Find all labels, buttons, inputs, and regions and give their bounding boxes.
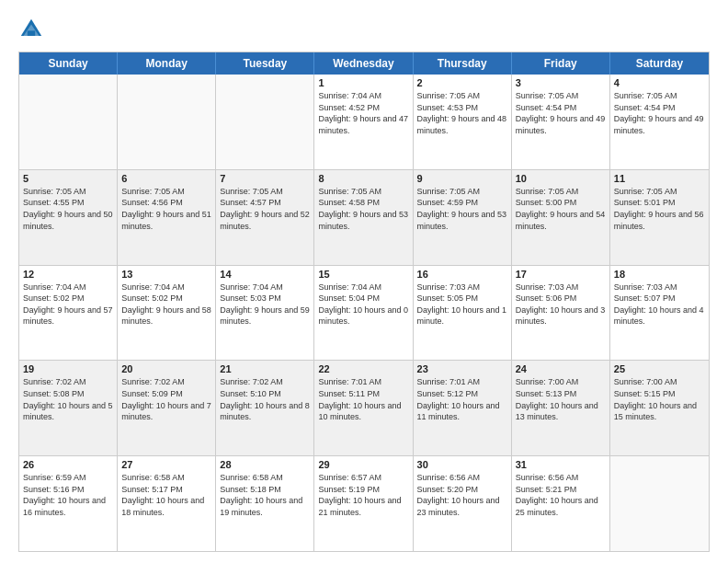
header-day-saturday: Saturday bbox=[610, 52, 709, 75]
calendar-day-14: 14Sunrise: 7:04 AM Sunset: 5:03 PM Dayli… bbox=[216, 266, 314, 361]
calendar-day-31: 31Sunrise: 6:56 AM Sunset: 5:21 PM Dayli… bbox=[512, 456, 610, 551]
day-number: 19 bbox=[23, 363, 113, 374]
calendar-week-5: 26Sunrise: 6:59 AM Sunset: 5:16 PM Dayli… bbox=[19, 455, 709, 551]
day-number: 17 bbox=[516, 269, 606, 280]
calendar-day-3: 3Sunrise: 7:05 AM Sunset: 4:54 PM Daylig… bbox=[512, 75, 610, 169]
calendar-day-2: 2Sunrise: 7:05 AM Sunset: 4:53 PM Daylig… bbox=[414, 75, 512, 169]
logo-icon bbox=[18, 17, 44, 42]
calendar-day-12: 12Sunrise: 7:04 AM Sunset: 5:02 PM Dayli… bbox=[19, 266, 118, 361]
calendar-week-3: 12Sunrise: 7:04 AM Sunset: 5:02 PM Dayli… bbox=[19, 265, 709, 361]
calendar-day-28: 28Sunrise: 6:58 AM Sunset: 5:18 PM Dayli… bbox=[216, 456, 314, 551]
calendar-day-27: 27Sunrise: 6:58 AM Sunset: 5:17 PM Dayli… bbox=[118, 456, 216, 551]
cell-info: Sunrise: 6:57 AM Sunset: 5:19 PM Dayligh… bbox=[318, 472, 408, 518]
calendar-empty-cell bbox=[216, 75, 314, 169]
calendar-day-20: 20Sunrise: 7:02 AM Sunset: 5:09 PM Dayli… bbox=[118, 361, 216, 455]
day-number: 11 bbox=[614, 173, 705, 184]
cell-info: Sunrise: 7:00 AM Sunset: 5:13 PM Dayligh… bbox=[516, 376, 606, 422]
calendar-day-23: 23Sunrise: 7:01 AM Sunset: 5:12 PM Dayli… bbox=[414, 361, 512, 455]
calendar-day-18: 18Sunrise: 7:03 AM Sunset: 5:07 PM Dayli… bbox=[610, 266, 709, 361]
cell-info: Sunrise: 7:02 AM Sunset: 5:08 PM Dayligh… bbox=[23, 376, 113, 422]
calendar-day-16: 16Sunrise: 7:03 AM Sunset: 5:05 PM Dayli… bbox=[414, 266, 512, 361]
cell-info: Sunrise: 7:04 AM Sunset: 5:02 PM Dayligh… bbox=[121, 282, 211, 327]
calendar-day-26: 26Sunrise: 6:59 AM Sunset: 5:16 PM Dayli… bbox=[19, 456, 118, 551]
day-number: 28 bbox=[220, 459, 310, 470]
cell-info: Sunrise: 7:05 AM Sunset: 4:55 PM Dayligh… bbox=[23, 186, 113, 232]
cell-info: Sunrise: 7:02 AM Sunset: 5:10 PM Dayligh… bbox=[220, 376, 310, 422]
cell-info: Sunrise: 7:05 AM Sunset: 4:54 PM Dayligh… bbox=[516, 90, 606, 136]
day-number: 29 bbox=[318, 459, 408, 470]
cell-info: Sunrise: 6:58 AM Sunset: 5:18 PM Dayligh… bbox=[220, 472, 310, 518]
day-number: 5 bbox=[23, 173, 113, 184]
calendar-day-29: 29Sunrise: 6:57 AM Sunset: 5:19 PM Dayli… bbox=[314, 456, 413, 551]
cell-info: Sunrise: 7:03 AM Sunset: 5:06 PM Dayligh… bbox=[516, 282, 606, 327]
day-number: 24 bbox=[516, 363, 606, 374]
header-day-wednesday: Wednesday bbox=[314, 52, 413, 75]
calendar-empty-cell bbox=[610, 456, 709, 551]
day-number: 8 bbox=[318, 173, 408, 184]
day-number: 3 bbox=[516, 77, 606, 88]
cell-info: Sunrise: 6:56 AM Sunset: 5:20 PM Dayligh… bbox=[417, 472, 507, 518]
day-number: 10 bbox=[516, 173, 606, 184]
calendar-day-6: 6Sunrise: 7:05 AM Sunset: 4:56 PM Daylig… bbox=[118, 170, 216, 265]
calendar-day-10: 10Sunrise: 7:05 AM Sunset: 5:00 PM Dayli… bbox=[512, 170, 610, 265]
header-day-thursday: Thursday bbox=[414, 52, 512, 75]
calendar-day-11: 11Sunrise: 7:05 AM Sunset: 5:01 PM Dayli… bbox=[610, 170, 709, 265]
page: SundayMondayTuesdayWednesdayThursdayFrid… bbox=[0, 0, 728, 563]
calendar-day-9: 9Sunrise: 7:05 AM Sunset: 4:59 PM Daylig… bbox=[414, 170, 512, 265]
cell-info: Sunrise: 7:03 AM Sunset: 5:05 PM Dayligh… bbox=[417, 282, 507, 327]
day-number: 31 bbox=[516, 459, 606, 470]
calendar-day-30: 30Sunrise: 6:56 AM Sunset: 5:20 PM Dayli… bbox=[414, 456, 512, 551]
day-number: 26 bbox=[23, 459, 113, 470]
calendar-body: 1Sunrise: 7:04 AM Sunset: 4:52 PM Daylig… bbox=[19, 75, 709, 551]
day-number: 1 bbox=[318, 77, 408, 88]
day-number: 4 bbox=[614, 77, 705, 88]
cell-info: Sunrise: 7:03 AM Sunset: 5:07 PM Dayligh… bbox=[614, 282, 705, 327]
calendar-day-7: 7Sunrise: 7:05 AM Sunset: 4:57 PM Daylig… bbox=[216, 170, 314, 265]
svg-rect-2 bbox=[28, 30, 35, 36]
calendar-day-24: 24Sunrise: 7:00 AM Sunset: 5:13 PM Dayli… bbox=[512, 361, 610, 455]
header bbox=[18, 17, 710, 42]
cell-info: Sunrise: 7:05 AM Sunset: 4:58 PM Dayligh… bbox=[318, 186, 408, 232]
cell-info: Sunrise: 7:05 AM Sunset: 4:59 PM Dayligh… bbox=[417, 186, 507, 232]
day-number: 15 bbox=[318, 269, 408, 280]
calendar-day-17: 17Sunrise: 7:03 AM Sunset: 5:06 PM Dayli… bbox=[512, 266, 610, 361]
calendar-day-8: 8Sunrise: 7:05 AM Sunset: 4:58 PM Daylig… bbox=[314, 170, 413, 265]
cell-info: Sunrise: 7:04 AM Sunset: 5:02 PM Dayligh… bbox=[23, 282, 113, 327]
cell-info: Sunrise: 7:05 AM Sunset: 4:53 PM Dayligh… bbox=[417, 90, 507, 136]
day-number: 30 bbox=[417, 459, 507, 470]
calendar-week-2: 5Sunrise: 7:05 AM Sunset: 4:55 PM Daylig… bbox=[19, 169, 709, 265]
calendar: SundayMondayTuesdayWednesdayThursdayFrid… bbox=[18, 52, 710, 552]
cell-info: Sunrise: 6:59 AM Sunset: 5:16 PM Dayligh… bbox=[23, 472, 113, 518]
calendar-day-1: 1Sunrise: 7:04 AM Sunset: 4:52 PM Daylig… bbox=[314, 75, 413, 169]
calendar-day-5: 5Sunrise: 7:05 AM Sunset: 4:55 PM Daylig… bbox=[19, 170, 118, 265]
header-day-monday: Monday bbox=[118, 52, 216, 75]
day-number: 16 bbox=[417, 269, 507, 280]
cell-info: Sunrise: 6:56 AM Sunset: 5:21 PM Dayligh… bbox=[516, 472, 606, 518]
cell-info: Sunrise: 7:05 AM Sunset: 4:54 PM Dayligh… bbox=[614, 90, 705, 136]
day-number: 23 bbox=[417, 363, 507, 374]
day-number: 14 bbox=[220, 269, 310, 280]
header-day-sunday: Sunday bbox=[19, 52, 118, 75]
day-number: 25 bbox=[614, 363, 705, 374]
day-number: 27 bbox=[121, 459, 211, 470]
calendar-week-4: 19Sunrise: 7:02 AM Sunset: 5:08 PM Dayli… bbox=[19, 360, 709, 455]
day-number: 6 bbox=[121, 173, 211, 184]
day-number: 7 bbox=[220, 173, 310, 184]
calendar-day-22: 22Sunrise: 7:01 AM Sunset: 5:11 PM Dayli… bbox=[314, 361, 413, 455]
day-number: 12 bbox=[23, 269, 113, 280]
cell-info: Sunrise: 7:05 AM Sunset: 4:56 PM Dayligh… bbox=[121, 186, 211, 232]
cell-info: Sunrise: 7:05 AM Sunset: 4:57 PM Dayligh… bbox=[220, 186, 310, 232]
logo bbox=[18, 17, 48, 42]
day-number: 21 bbox=[220, 363, 310, 374]
calendar-empty-cell bbox=[19, 75, 118, 169]
calendar-day-21: 21Sunrise: 7:02 AM Sunset: 5:10 PM Dayli… bbox=[216, 361, 314, 455]
day-number: 18 bbox=[614, 269, 705, 280]
calendar-header-row: SundayMondayTuesdayWednesdayThursdayFrid… bbox=[19, 52, 709, 75]
calendar-day-13: 13Sunrise: 7:04 AM Sunset: 5:02 PM Dayli… bbox=[118, 266, 216, 361]
cell-info: Sunrise: 7:04 AM Sunset: 5:04 PM Dayligh… bbox=[318, 282, 408, 327]
calendar-day-25: 25Sunrise: 7:00 AM Sunset: 5:15 PM Dayli… bbox=[610, 361, 709, 455]
cell-info: Sunrise: 7:04 AM Sunset: 5:03 PM Dayligh… bbox=[220, 282, 310, 327]
day-number: 20 bbox=[121, 363, 211, 374]
day-number: 22 bbox=[318, 363, 408, 374]
calendar-day-15: 15Sunrise: 7:04 AM Sunset: 5:04 PM Dayli… bbox=[314, 266, 413, 361]
